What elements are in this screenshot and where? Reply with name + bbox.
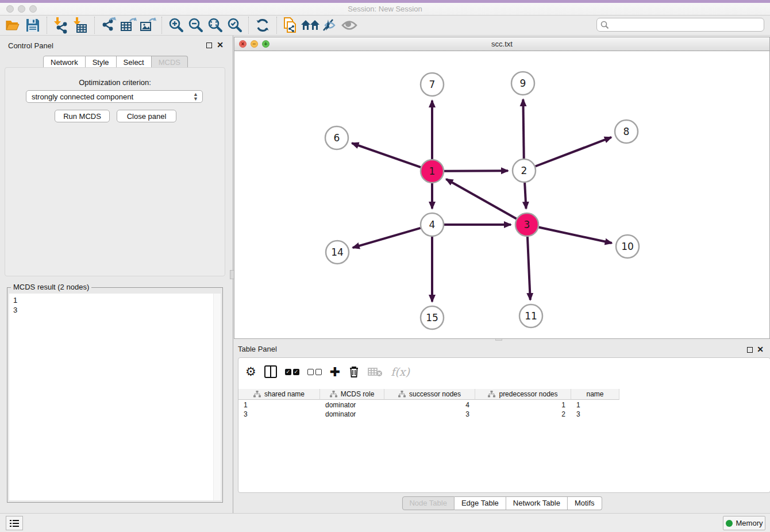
column-header-label: MCDS role [341, 390, 375, 398]
first-neighbors-icon[interactable] [301, 16, 320, 34]
graph-edge-2-3[interactable] [525, 183, 526, 209]
graph-node-label: 8 [623, 126, 630, 137]
graph-edge-4-14[interactable] [353, 228, 421, 248]
delete-table-icon[interactable] [368, 363, 383, 380]
zoom-fit-icon[interactable] [205, 16, 225, 34]
import-table-icon[interactable] [71, 16, 90, 34]
table-row[interactable]: 1dominator411 [238, 400, 619, 410]
column-header-shared-name[interactable]: shared name [238, 389, 320, 400]
table-cell[interactable]: 2 [475, 410, 571, 419]
table-cell[interactable]: 3 [238, 410, 320, 419]
table-tabs: Node TableEdge TableNetwork TableMotifs [402, 496, 602, 510]
float-panel-icon[interactable] [206, 43, 212, 48]
graph-node-label: 7 [429, 79, 436, 90]
close-panel-icon[interactable]: ✕ [217, 40, 224, 49]
table-cell[interactable]: dominator [320, 410, 384, 419]
tab-node-table[interactable]: Node Table [402, 496, 455, 510]
table-row[interactable]: 3dominator323 [238, 410, 619, 419]
search-input[interactable] [611, 21, 764, 29]
graph-edge-2-9[interactable] [523, 99, 523, 159]
table-toolbar: ⚙ ✓✓ ✚ f(x) [238, 358, 770, 385]
search-icon [600, 21, 609, 29]
optimization-select[interactable]: strongly connected component ▲▼ [26, 90, 203, 103]
select-all-icon[interactable]: ✓✓ [285, 363, 299, 380]
export-image-icon[interactable] [138, 16, 157, 34]
table-cell[interactable]: 1 [475, 400, 571, 410]
mcds-result-list[interactable]: 13 [9, 294, 221, 500]
control-panel: Control Panel ✕ NetworkStyleSelectMCDS O… [0, 36, 231, 513]
float-panel-icon[interactable] [747, 347, 753, 353]
graph-edge-1-6[interactable] [352, 143, 421, 167]
toolbar-separator [47, 17, 47, 34]
toolbar-separator [248, 17, 249, 34]
memory-button[interactable]: Memory [723, 516, 765, 530]
table-cell[interactable]: 1 [238, 400, 320, 410]
task-history-button[interactable] [6, 516, 23, 530]
delete-column-icon[interactable] [348, 363, 360, 380]
export-table-icon[interactable] [118, 16, 138, 34]
graph-edge-3-11[interactable] [528, 237, 530, 300]
list-icon [10, 520, 19, 527]
apply-layout-icon[interactable] [253, 16, 272, 34]
column-header-label: predecessor nodes [499, 390, 557, 398]
column-header-predecessor-nodes[interactable]: predecessor nodes [475, 389, 571, 400]
column-header-name[interactable]: name [571, 389, 619, 400]
show-columns-icon[interactable] [264, 363, 277, 380]
save-session-icon[interactable] [23, 16, 43, 34]
scrollbar-track[interactable] [213, 294, 221, 500]
table-cell[interactable]: dominator [320, 400, 384, 410]
column-header-MCDS-role[interactable]: MCDS role [320, 389, 384, 400]
hide-graphics-icon[interactable] [320, 16, 340, 34]
zoom-selected-icon[interactable] [225, 16, 244, 34]
deselect-all-icon[interactable] [307, 363, 322, 380]
column-header-successor-nodes[interactable]: successor nodes [384, 389, 475, 400]
run-mcds-button[interactable]: Run MCDS [55, 110, 110, 122]
optimization-select-value: strongly connected component [32, 92, 133, 101]
close-panel-button[interactable]: Close panel [117, 110, 176, 122]
app-title: Session: New Session [0, 5, 770, 13]
table-cell[interactable]: 3 [384, 410, 475, 419]
table-header-row: shared nameMCDS rolesuccessor nodesprede… [238, 389, 619, 400]
graph-node-label: 9 [520, 78, 526, 89]
graph-edge-3-1[interactable] [446, 179, 516, 219]
tab-network-table[interactable]: Network Table [506, 496, 568, 510]
table-cell[interactable]: 4 [384, 400, 475, 410]
graph-node-label: 15 [426, 312, 438, 323]
close-panel-icon[interactable]: ✕ [757, 345, 764, 354]
add-column-icon[interactable]: ✚ [330, 363, 340, 380]
network-canvas[interactable]: 7968124314101511 [234, 51, 769, 338]
function-builder-icon[interactable]: f(x) [391, 363, 410, 380]
graph-edge-1-2[interactable] [444, 171, 508, 171]
column-header-label: name [586, 390, 603, 398]
export-network-icon[interactable] [99, 16, 118, 34]
table-settings-icon[interactable]: ⚙ [245, 363, 256, 380]
column-header-label: successor nodes [409, 390, 461, 398]
open-session-icon[interactable] [3, 16, 23, 34]
table-cell[interactable]: 1 [571, 400, 619, 410]
network-titlebar[interactable]: × − + scc.txt [234, 37, 769, 51]
column-header-label: shared name [264, 390, 305, 398]
toolbar-separator [94, 17, 95, 34]
graph-edge-3-10[interactable] [539, 227, 612, 243]
clone-network-icon[interactable] [281, 16, 301, 34]
graph-edge-2-8[interactable] [536, 137, 611, 167]
result-line: 1 [13, 295, 221, 305]
graph-node-label: 6 [334, 132, 340, 144]
memory-status-icon [726, 520, 733, 527]
search-box[interactable] [596, 18, 764, 32]
graph-node-label: 4 [429, 219, 436, 230]
tab-edge-table[interactable]: Edge Table [455, 496, 506, 510]
mcds-result-title: MCDS result (2 nodes) [11, 283, 91, 291]
tab-motifs[interactable]: Motifs [568, 496, 602, 510]
import-network-icon[interactable] [51, 16, 71, 34]
table-panel-title: Table Panel [238, 345, 277, 353]
network-window: × − + scc.txt 7968124314101511 [234, 37, 770, 339]
show-graphics-icon[interactable] [340, 16, 359, 34]
vertical-splitter[interactable] [231, 36, 233, 513]
network-graph[interactable]: 7968124314101511 [234, 51, 769, 338]
table-cell[interactable]: 3 [571, 410, 619, 419]
app-titlebar: Session: New Session [0, 3, 770, 16]
node-table-container: ⚙ ✓✓ ✚ f(x) shared nameMCDS rolesuccesso… [238, 357, 770, 493]
zoom-in-icon[interactable] [166, 16, 186, 34]
zoom-out-icon[interactable] [186, 16, 205, 34]
